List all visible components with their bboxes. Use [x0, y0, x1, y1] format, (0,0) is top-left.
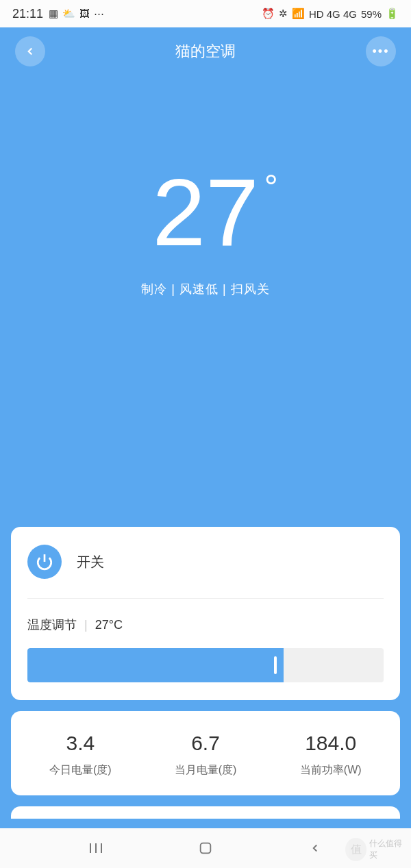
bluetooth-icon: ✲: [279, 8, 288, 20]
power-label: 开关: [77, 553, 104, 571]
nav-back-button[interactable]: [305, 838, 325, 858]
watermark-logo: 值: [345, 838, 366, 861]
status-left: 21:11 ▦ ⛅ 🖼 ⋯: [12, 7, 104, 21]
stat-month-energy[interactable]: 6.7 当月电量(度): [143, 732, 269, 778]
temp-adjust-section: 温度调节 | 27°C: [27, 599, 384, 682]
weather-icon: ⛅: [62, 8, 75, 20]
app-header: 猫的空调 •••: [0, 27, 411, 75]
watermark-text: 什么值得买: [369, 838, 407, 861]
stat-value: 184.0: [268, 732, 393, 755]
power-icon: [36, 553, 53, 571]
power-button[interactable]: [27, 545, 62, 579]
stat-label: 今日电量(度): [18, 763, 143, 778]
more-notif-icon: ⋯: [94, 8, 104, 20]
nav-home-button[interactable]: [195, 838, 216, 858]
notification-icons: ▦ ⛅ 🖼 ⋯: [49, 8, 104, 20]
divider: |: [84, 618, 88, 632]
temperature-value: 27: [152, 158, 259, 266]
stat-label: 当月电量(度): [143, 763, 269, 778]
temperature-display: 27 ° 制冷 | 风速低 | 扫风关: [0, 75, 411, 297]
mode-status: 制冷 | 风速低 | 扫风关: [0, 281, 411, 297]
signal-text: HD 4G 4G: [309, 8, 357, 20]
stats-card: 3.4 今日电量(度) 6.7 当月电量(度) 184.0 当前功率(W): [11, 711, 400, 795]
svg-rect-4: [201, 843, 211, 854]
recents-icon: [88, 841, 104, 855]
page-title: 猫的空调: [175, 41, 236, 62]
stat-label: 当前功率(W): [268, 763, 393, 778]
degree-symbol: °: [264, 170, 278, 204]
image-icon: 🖼: [79, 8, 90, 20]
back-button[interactable]: [15, 36, 45, 66]
power-row: 开关: [27, 545, 384, 599]
temp-adjust-label-row: 温度调节 | 27°C: [27, 617, 384, 633]
nav-recents-button[interactable]: [86, 838, 106, 858]
watermark: 值 什么值得买: [345, 835, 407, 864]
temperature-slider[interactable]: [27, 648, 384, 682]
stat-value: 3.4: [18, 732, 143, 755]
status-time: 21:11: [12, 7, 43, 21]
more-button[interactable]: •••: [366, 36, 396, 66]
status-bar: 21:11 ▦ ⛅ 🖼 ⋯ ⏰ ✲ 📶 HD 4G 4G 59% 🔋: [0, 0, 411, 27]
temp-adjust-value: 27°C: [95, 618, 123, 632]
stat-value: 6.7: [143, 732, 269, 755]
stat-current-power[interactable]: 184.0 当前功率(W): [268, 732, 393, 778]
wifi-icon: 📶: [292, 8, 305, 20]
home-icon: [198, 841, 213, 856]
next-card-peek: [11, 806, 400, 819]
cards-container: 开关 温度调节 | 27°C 3.4 今日电量(度) 6.7 当月电量(度): [11, 527, 400, 819]
alarm-icon: ⏰: [262, 8, 275, 20]
battery-text: 59%: [361, 8, 382, 20]
slider-fill: [27, 648, 284, 682]
slider-handle: [274, 656, 277, 674]
more-horizontal-icon: •••: [373, 45, 390, 59]
battery-icon: 🔋: [386, 8, 399, 20]
temperature-value-wrap: 27 °: [152, 164, 259, 260]
chevron-left-icon: [24, 45, 36, 58]
app-icon-1: ▦: [49, 8, 58, 20]
temp-adjust-label: 温度调节: [27, 618, 77, 632]
stat-today-energy[interactable]: 3.4 今日电量(度): [18, 732, 143, 778]
back-icon: [309, 842, 321, 854]
status-right: ⏰ ✲ 📶 HD 4G 4G 59% 🔋: [262, 8, 399, 20]
control-card: 开关 温度调节 | 27°C: [11, 527, 400, 700]
